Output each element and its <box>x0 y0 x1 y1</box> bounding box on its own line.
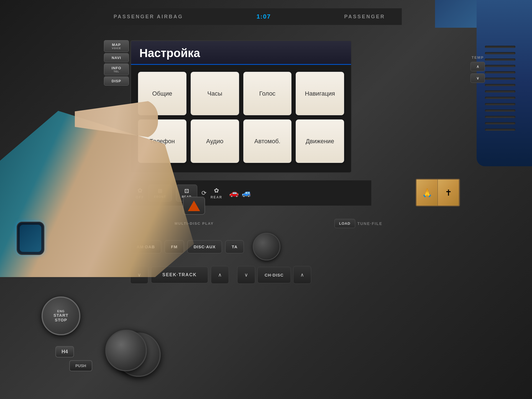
religious-icons-frame: 🙏 ✝ <box>416 179 460 206</box>
ac-controls-row: ✿ OFF ⊞ FRONT ⊡ REAR ⟳ ✿ REAR 🚗 🚙 <box>130 180 371 206</box>
disp-button[interactable]: DISP <box>104 76 129 86</box>
screen-menu-grid: Общие Часы Голос Навигация Телефон Аудио… <box>131 65 351 170</box>
ignition-area: ENG START STOP <box>42 296 80 335</box>
ch-disc-button[interactable]: CH·DISC <box>257 267 291 283</box>
tel-label: TEL <box>105 70 127 73</box>
main-screen: Настройка Общие Часы Голос Навигация Тел… <box>130 40 352 173</box>
airflow-icons: 🚗 🚙 <box>229 188 251 198</box>
am-dab-button[interactable]: AM·DAB <box>130 240 161 253</box>
recirculate-button[interactable]: ⟳ <box>201 190 206 197</box>
front-defrost-button[interactable]: ⊞ FRONT <box>148 185 172 201</box>
navi-button[interactable]: NAVI <box>104 53 129 62</box>
disc-aux-button[interactable]: DISC·AUX <box>187 240 222 253</box>
seek-right-button[interactable]: ∧ <box>211 266 229 284</box>
fan-icon: ✿ <box>137 187 142 194</box>
ta-button[interactable]: TA <box>225 240 244 253</box>
load-tune-controls: LOAD TUNE·FILE <box>334 219 382 228</box>
seek-track-row: ∨ SEEK·TRACK ∧ ∨ CH·DISC ∧ <box>130 266 311 284</box>
h4-gear-badge: H4 <box>55 346 74 357</box>
ch-disc-up-button[interactable]: ∧ <box>293 266 311 284</box>
vent-slot <box>485 109 515 112</box>
menu-audio-label: Аудио <box>206 138 223 145</box>
religious-icon-right: ✝ <box>438 180 459 206</box>
temp-label: TEMP <box>472 55 484 60</box>
temp-controls: TEMP ∧ ∨ <box>470 55 485 83</box>
seek-track-button[interactable]: SEEK·TRACK <box>151 267 208 283</box>
info-label: INFO <box>105 66 127 70</box>
start-stop-button[interactable]: ENG START STOP <box>42 296 80 335</box>
stop-label: STOP <box>55 318 67 322</box>
vent-slot <box>485 58 515 61</box>
vent-slot <box>485 52 515 54</box>
menu-phone-button[interactable]: Телефон <box>138 119 186 163</box>
rear-fan-control: ✿ REAR <box>211 187 222 199</box>
nav-buttons-panel: MAP VOICE NAVI INFO TEL DISP <box>104 40 129 86</box>
seek-left-button[interactable]: ∨ <box>130 266 148 284</box>
vent-slot <box>485 103 515 105</box>
rear-fan-label: REAR <box>211 195 222 199</box>
temp-down-button[interactable]: ∨ <box>470 73 485 83</box>
menu-navigation-button[interactable]: Навигация <box>296 72 344 115</box>
vent-slot <box>485 84 515 86</box>
clock-display: 1:07 <box>247 13 280 20</box>
map-voice-button[interactable]: MAP VOICE <box>104 40 129 52</box>
vent-slot <box>485 46 515 48</box>
seek-track-label: SEEK·TRACK <box>162 272 197 277</box>
fan-off-control: ✿ OFF <box>136 187 144 199</box>
vent-slot <box>485 122 515 124</box>
rear-defrost-icon: ⊡ <box>184 188 189 194</box>
menu-clock-label: Часы <box>207 90 222 97</box>
car-front-icon: 🚗 <box>229 188 239 198</box>
multi-disc-label: MULTI-DISC PLAY <box>175 221 214 226</box>
load-button[interactable]: LOAD <box>334 219 355 228</box>
recirculate-icon: ⟳ <box>201 190 206 197</box>
menu-vehicle-label: Автомоб. <box>254 138 280 145</box>
screen-title: Настройка <box>139 47 343 60</box>
menu-traffic-button[interactable]: Движение <box>296 119 344 163</box>
navi-label: NAVI <box>112 56 121 60</box>
map-label: MAP <box>105 43 127 47</box>
car-rear-icon: 🚙 <box>242 188 251 198</box>
screen-header: Настройка <box>131 41 351 65</box>
menu-navigation-label: Навигация <box>305 90 335 97</box>
right-air-vent <box>482 40 518 151</box>
info-tel-button[interactable]: INFO TEL <box>104 63 129 75</box>
vent-slot <box>485 78 515 80</box>
ch-disc-down-button[interactable]: ∨ <box>237 266 255 284</box>
vent-slot <box>485 129 515 131</box>
menu-phone-label: Телефон <box>150 138 175 145</box>
rear-fan-icon: ✿ <box>214 187 219 194</box>
menu-voice-button[interactable]: Голос <box>243 72 292 115</box>
tune-knob[interactable] <box>253 233 280 260</box>
menu-traffic-label: Движение <box>306 138 334 145</box>
vent-slot <box>485 116 515 118</box>
menu-general-button[interactable]: Общие <box>138 72 186 115</box>
ch-disc-controls: ∨ CH·DISC ∧ <box>237 266 311 284</box>
vent-slot <box>485 97 515 99</box>
menu-general-label: Общие <box>152 90 172 97</box>
audio-top-labels: MULTI-DISC PLAY LOAD TUNE·FILE <box>175 219 382 228</box>
temp-up-button[interactable]: ∧ <box>470 62 485 71</box>
vent-slot <box>485 71 515 73</box>
voice-label: VOICE <box>105 47 127 50</box>
passenger-label: PASSENGER <box>344 14 385 20</box>
tune-file-label: TUNE·FILE <box>357 221 382 226</box>
disp-label: DISP <box>112 79 121 83</box>
audio-source-row: AM·DAB FM DISC·AUX TA <box>130 233 280 260</box>
vent-slot <box>485 90 515 93</box>
menu-voice-label: Голос <box>259 90 276 97</box>
menu-clock-button[interactable]: Часы <box>191 72 239 115</box>
vent-slot <box>485 65 515 67</box>
left-control-knob[interactable] <box>105 330 147 371</box>
push-button[interactable]: PUSH <box>69 360 92 371</box>
fan-off-label: OFF <box>136 195 144 199</box>
top-bar: PASSENGER AIRBAG 1:07 PASSENGER <box>97 8 402 25</box>
start-label: START <box>53 313 68 318</box>
front-label: FRONT <box>154 195 166 198</box>
menu-audio-button[interactable]: Аудио <box>191 119 239 163</box>
front-defrost-icon: ⊞ <box>158 188 162 194</box>
fm-button[interactable]: FM <box>165 240 184 253</box>
menu-vehicle-button[interactable]: Автомоб. <box>243 119 292 163</box>
hazard-button[interactable] <box>183 197 205 215</box>
eng-label: ENG <box>57 310 65 313</box>
